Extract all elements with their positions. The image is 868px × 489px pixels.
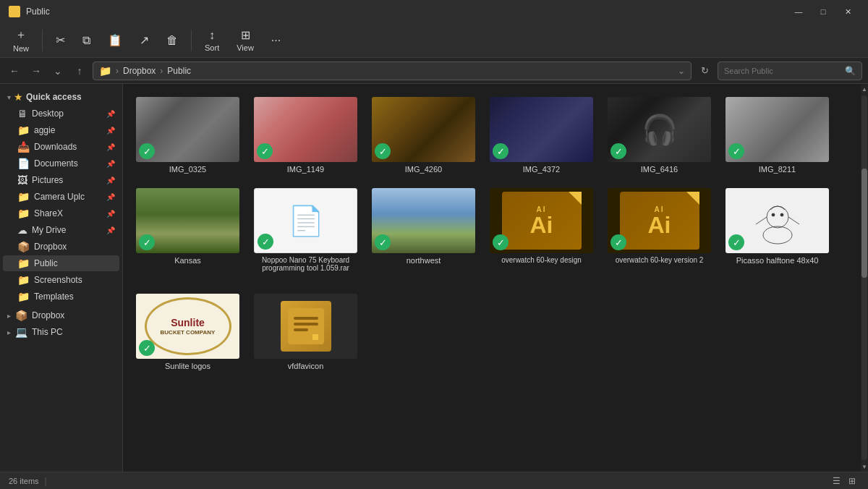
new-button[interactable]: ＋ New	[6, 26, 36, 55]
svg-rect-9	[294, 323, 318, 326]
paste-button[interactable]: 📋	[101, 26, 129, 55]
scroll-down-arrow[interactable]: ▼	[861, 462, 868, 472]
file-item[interactable]: AI Ai ✓ overwatch 60-key version 2	[603, 184, 715, 284]
forward-button[interactable]: →	[27, 62, 45, 80]
check-badge: ✓	[728, 143, 744, 159]
file-thumbnail: ✓	[136, 97, 239, 162]
pictures-icon: 🖼	[17, 174, 27, 186]
file-thumbnail: 📄 ✓	[254, 188, 357, 253]
scrollbar-right[interactable]: ▲ ▼	[861, 84, 868, 472]
sidebar-item-documents[interactable]: 📄 Documents 📌	[3, 156, 119, 171]
file-item[interactable]: 📄 ✓ Noppoo Nano 75 Keyboard programming …	[250, 184, 362, 284]
sidebar-item-aggie[interactable]: 📁 aggie 📌	[3, 122, 119, 138]
file-name: Sunlite logos	[136, 362, 239, 370]
status-left: 26 items |	[9, 476, 47, 486]
file-item[interactable]: ✓ IMG_4372	[485, 93, 597, 178]
path-dropbox: Dropbox	[123, 66, 156, 76]
address-path[interactable]: 📁 › Dropbox › Public ⌄	[93, 61, 692, 80]
sidebar-dropbox-toplevel[interactable]: ▸ 📦 Dropbox	[3, 307, 119, 323]
pin-icon: 📌	[106, 127, 115, 135]
thispc-icon: 💻	[15, 326, 27, 338]
view-button[interactable]: ⊞ View	[229, 26, 261, 55]
up-button[interactable]: ↑	[71, 62, 88, 80]
share-button[interactable]: ↗	[132, 26, 156, 55]
refresh-button[interactable]: ↻	[696, 62, 713, 80]
star-icon: ★	[14, 91, 23, 103]
cut-button[interactable]: ✂	[48, 26, 72, 55]
back-button[interactable]: ←	[6, 62, 23, 80]
titlebar: Public — □ ✕	[0, 0, 868, 23]
sidebar-item-camera[interactable]: 📁 Camera Uplc 📌	[3, 189, 119, 205]
file-item[interactable]: Sunlite BUCKET COMPANY ✓ Sunlite logos	[132, 289, 244, 375]
file-item[interactable]: vfdfavicon	[250, 289, 362, 375]
down-button[interactable]: ⌄	[49, 62, 67, 80]
file-name: IMG_4372	[490, 165, 593, 174]
list-view-button[interactable]: ☰	[829, 475, 843, 488]
quick-access-header[interactable]: ▾ ★ Quick access	[3, 89, 119, 105]
scroll-track[interactable]	[861, 95, 867, 460]
copy-button[interactable]: ⧉	[75, 26, 98, 55]
file-name: IMG_4260	[372, 165, 475, 174]
file-thumbnail: 🎧 ✓	[608, 97, 711, 162]
sidebar-item-screenshots[interactable]: 📁 Screenshots	[3, 272, 119, 288]
sidebar-item-desktop[interactable]: 🖥 Desktop 📌	[3, 106, 119, 122]
sharex-icon: 📁	[17, 208, 30, 219]
file-item[interactable]: ✓ northwest	[367, 184, 480, 284]
addressbar: ← → ⌄ ↑ 📁 › Dropbox › Public ⌄ ↻ 🔍	[0, 58, 868, 84]
file-item[interactable]: ✓ IMG_8211	[721, 93, 833, 178]
sort-button[interactable]: ↕ Sort	[197, 26, 226, 55]
file-name: overwatch 60-key version 2	[608, 256, 711, 279]
sidebar-item-sharex[interactable]: 📁 ShareX 📌	[3, 205, 119, 221]
mydrive-icon: ☁	[17, 224, 27, 236]
sidebar-item-downloads[interactable]: 📥 Downloads 📌	[3, 139, 119, 155]
main-area: ▾ ★ Quick access 🖥 Desktop 📌 📁 aggie 📌 📥…	[0, 84, 868, 472]
svg-rect-10	[294, 328, 308, 331]
pin-icon: 📌	[106, 226, 115, 234]
check-badge: ✓	[610, 143, 626, 159]
view-label: View	[237, 43, 254, 52]
sidebar-item-dropbox[interactable]: 📦 Dropbox	[3, 239, 119, 255]
maximize-button[interactable]: □	[812, 4, 835, 19]
search-box[interactable]: 🔍	[718, 61, 862, 80]
sidebar-thispc-toplevel[interactable]: ▸ 💻 This PC	[3, 324, 119, 340]
vfd-icon	[281, 301, 331, 352]
sidebar-item-public[interactable]: 📁 Public	[3, 255, 119, 271]
titlebar-left: Public	[9, 6, 50, 17]
file-item[interactable]: AI Ai ✓ overwatch 60-key design	[485, 184, 597, 284]
paste-icon: 📋	[108, 33, 122, 47]
file-thumbnail	[254, 294, 357, 359]
file-thumbnail: Sunlite BUCKET COMPANY ✓	[136, 294, 239, 359]
file-name: vfdfavicon	[254, 362, 357, 370]
app-icon	[9, 6, 20, 17]
file-item[interactable]: ✓ Kansas	[132, 184, 244, 284]
scroll-up-arrow[interactable]: ▲	[861, 84, 868, 94]
sidebar-item-pictures[interactable]: 🖼 Pictures 📌	[3, 172, 119, 188]
sidebar-item-templates[interactable]: 📁 Templates	[3, 289, 119, 305]
sidebar: ▾ ★ Quick access 🖥 Desktop 📌 📁 aggie 📌 📥…	[0, 84, 123, 472]
file-item[interactable]: ✓ IMG_1149	[250, 93, 362, 178]
check-badge: ✓	[257, 143, 273, 159]
file-item[interactable]: ✓ Picasso halftone 48x40	[721, 184, 833, 284]
close-button[interactable]: ✕	[836, 4, 859, 19]
file-item[interactable]: ✓ IMG_0325	[132, 93, 244, 178]
ai-icon: AI Ai	[620, 192, 699, 250]
copy-icon: ⧉	[82, 34, 90, 47]
search-input[interactable]	[724, 67, 841, 75]
delete-button[interactable]: 🗑	[159, 26, 185, 55]
dropbox-icon: 📦	[15, 310, 27, 321]
file-thumbnail: AI Ai ✓	[608, 188, 711, 253]
templates-icon: 📁	[17, 291, 30, 302]
cut-icon: ✂	[56, 33, 65, 47]
sidebar-item-mydrive[interactable]: ☁ My Drive 📌	[3, 222, 119, 238]
file-item[interactable]: ✓ IMG_4260	[367, 93, 480, 178]
item-count: 26 items	[9, 477, 39, 485]
minimize-button[interactable]: —	[787, 4, 810, 19]
grid-view-button[interactable]: ⊞	[845, 475, 859, 488]
path-chevron-icon[interactable]: ⌄	[678, 66, 685, 76]
more-button[interactable]: ···	[264, 26, 288, 55]
pin-icon: 📌	[106, 143, 115, 151]
scroll-thumb[interactable]	[861, 169, 867, 278]
file-name: Noppoo Nano 75 Keyboard programming tool…	[254, 256, 357, 279]
file-item[interactable]: 🎧 ✓ IMG_6416	[603, 93, 715, 178]
screenshots-icon: 📁	[17, 274, 30, 286]
